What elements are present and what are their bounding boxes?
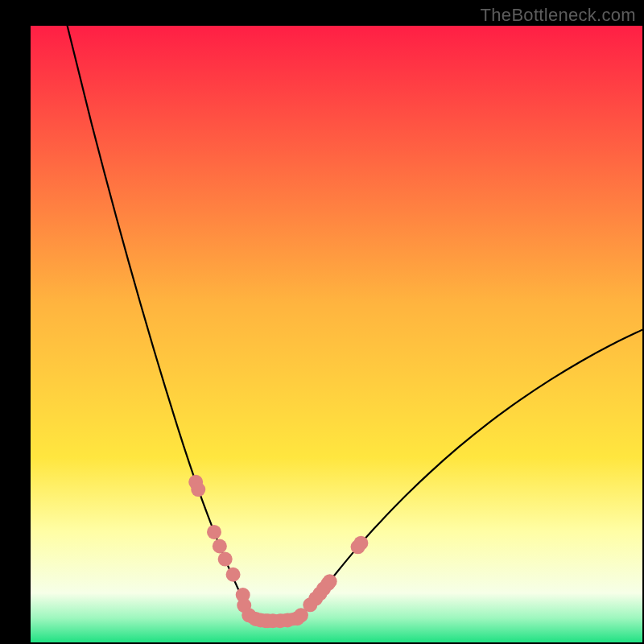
plot-background bbox=[31, 26, 642, 642]
bottleneck-chart bbox=[0, 0, 644, 644]
marker-left-markers bbox=[218, 552, 233, 567]
marker-right-markers bbox=[323, 574, 337, 588]
chart-container: TheBottleneck.com bbox=[0, 0, 644, 644]
marker-left-markers bbox=[191, 482, 205, 497]
marker-left-markers bbox=[213, 539, 227, 554]
marker-right-markers bbox=[353, 536, 368, 551]
watermark-text: TheBottleneck.com bbox=[481, 5, 636, 26]
marker-left-markers bbox=[207, 525, 221, 539]
marker-left-markers bbox=[226, 568, 241, 582]
